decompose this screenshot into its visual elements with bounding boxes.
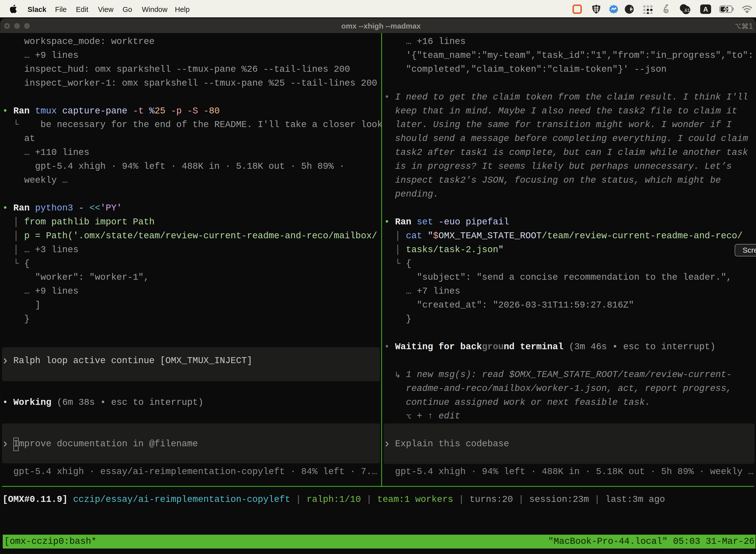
svg-text:A: A [703,6,708,13]
svg-text:..61: ..61 [682,8,690,13]
